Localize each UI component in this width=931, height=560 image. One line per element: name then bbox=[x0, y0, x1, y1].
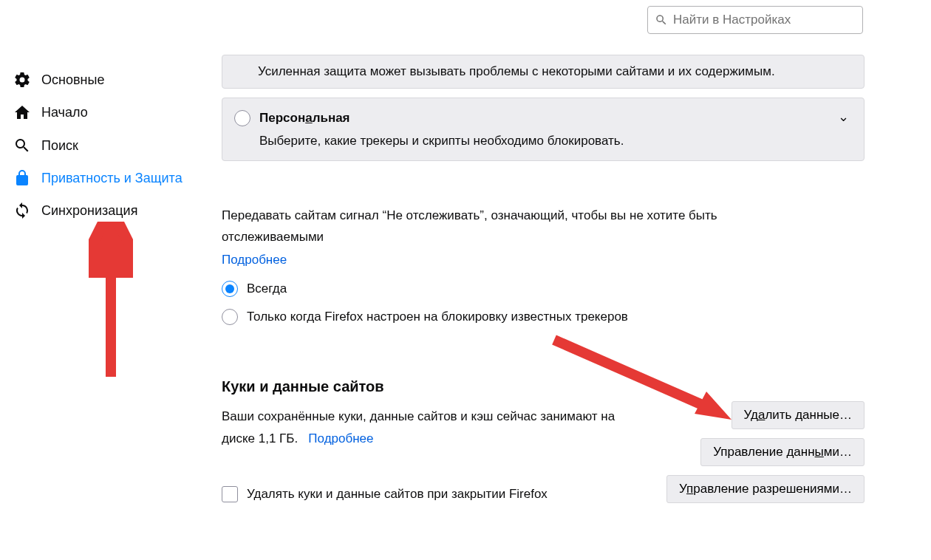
radio-custom[interactable] bbox=[234, 110, 250, 126]
lock-icon bbox=[13, 169, 31, 187]
dnt-always-label: Всегда bbox=[247, 281, 287, 296]
dnt-radio-always[interactable]: Всегда bbox=[222, 281, 864, 297]
sidebar: Основные Начало Поиск Приватность и Защи… bbox=[13, 64, 191, 227]
sync-icon bbox=[13, 202, 31, 219]
sidebar-item-label: Синхронизация bbox=[41, 202, 137, 219]
dnt-radio-only-when[interactable]: Только когда Firefox настроен на блокиро… bbox=[222, 309, 864, 325]
protection-custom-option[interactable]: Персональная Выберите, какие трекеры и с… bbox=[222, 98, 864, 161]
sidebar-item-label: Основные bbox=[41, 71, 104, 89]
manage-data-button[interactable]: Управление данными… bbox=[700, 438, 864, 466]
cookies-description: Ваши сохранённые куки, данные сайтов и к… bbox=[222, 406, 635, 451]
sidebar-item-sync[interactable]: Синхронизация bbox=[13, 194, 191, 227]
annotation-arrow-1 bbox=[89, 222, 133, 384]
cookies-section-title: Куки и данные сайтов bbox=[222, 378, 864, 395]
sidebar-item-home[interactable]: Начало bbox=[13, 96, 191, 129]
dnt-learn-more-link[interactable]: Подробнее bbox=[222, 253, 287, 267]
search-icon bbox=[13, 137, 31, 154]
gear-icon bbox=[13, 71, 31, 89]
dnt-section: Передавать сайтам сигнал “Не отслеживать… bbox=[222, 205, 864, 325]
search-input[interactable] bbox=[647, 6, 863, 34]
protection-custom-subtitle: Выберите, какие трекеры и скрипты необхо… bbox=[259, 134, 828, 148]
protection-warning-box: Усиленная защита может вызывать проблемы… bbox=[222, 55, 864, 89]
sidebar-item-label: Начало bbox=[41, 103, 88, 121]
clear-data-button[interactable]: Удалить данные… bbox=[732, 401, 864, 429]
chevron-down-icon[interactable]: ⌄ bbox=[838, 109, 849, 125]
cookies-learn-more-link[interactable]: Подробнее bbox=[308, 431, 373, 445]
search-icon bbox=[655, 13, 668, 27]
dnt-only-when-label: Только когда Firefox настроен на блокиро… bbox=[247, 310, 628, 324]
sidebar-item-label: Поиск bbox=[41, 137, 78, 154]
radio-unselected-icon bbox=[222, 309, 238, 325]
protection-custom-title: Персональная bbox=[259, 111, 350, 126]
content-area: Усиленная защита может вызывать проблемы… bbox=[222, 55, 864, 502]
sidebar-item-general[interactable]: Основные bbox=[13, 64, 191, 96]
manage-permissions-button[interactable]: Управление разрешениями… bbox=[666, 475, 864, 503]
home-icon bbox=[13, 103, 31, 121]
sidebar-item-label: Приватность и Защита bbox=[41, 169, 183, 187]
checkbox-delete-on-close[interactable] bbox=[222, 486, 238, 502]
radio-selected-icon bbox=[222, 281, 238, 297]
protection-warning-text: Усиленная защита может вызывать проблемы… bbox=[258, 64, 775, 78]
delete-on-close-label: Удалять куки и данные сайтов при закрыти… bbox=[247, 487, 548, 502]
search-container bbox=[647, 6, 863, 34]
dnt-description: Передавать сайтам сигнал “Не отслеживать… bbox=[222, 205, 798, 248]
sidebar-item-search[interactable]: Поиск bbox=[13, 129, 191, 162]
sidebar-item-privacy[interactable]: Приватность и Защита bbox=[13, 162, 191, 194]
